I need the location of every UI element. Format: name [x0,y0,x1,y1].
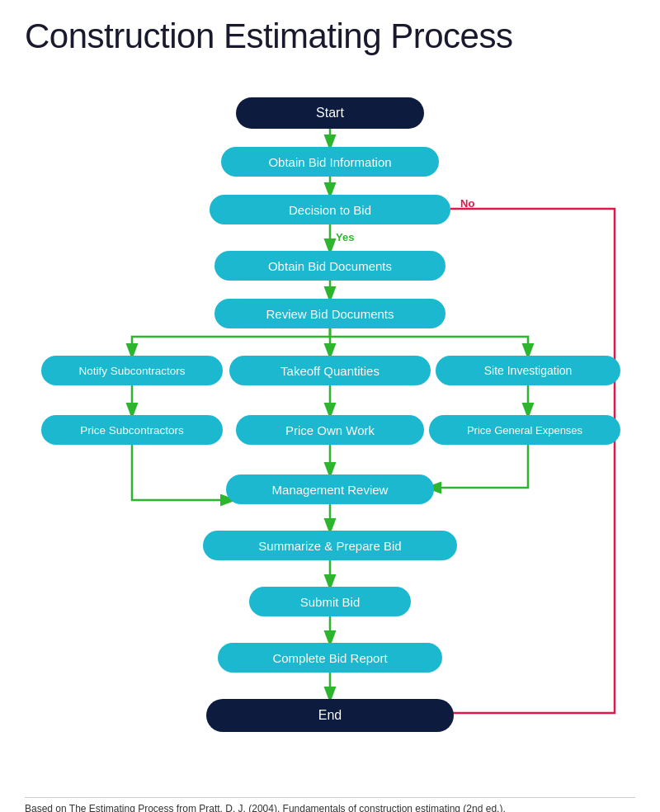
label-yes: Yes [336,231,354,243]
node-decision-bid: Decision to Bid [210,195,450,224]
node-price-own: Price Own Work [236,415,424,445]
node-review-bid-docs: Review Bid Documents [214,299,446,328]
node-obtain-bid-docs: Obtain Bid Documents [214,251,446,281]
page-title: Construction Estimating Process [25,17,635,56]
node-obtain-bid-info: Obtain Bid Information [221,147,439,177]
label-no: No [460,197,474,210]
node-complete-report: Complete Bid Report [218,643,442,673]
node-mgmt-review: Management Review [226,474,434,504]
node-takeoff: Takeoff Quantities [229,356,431,385]
node-site-inv: Site Investigation [436,356,620,385]
node-summarize: Summarize & Prepare Bid [203,531,457,560]
node-end: End [206,699,454,732]
node-price-gen-exp: Price General Expenses [429,415,620,445]
node-submit: Submit Bid [249,587,411,616]
node-price-sub: Price Subcontractors [41,415,223,445]
node-notify-sub: Notify Subcontractors [41,356,223,385]
node-start: Start [236,97,424,129]
footer-text: Based on The Estimating Process from Pra… [25,797,635,812]
